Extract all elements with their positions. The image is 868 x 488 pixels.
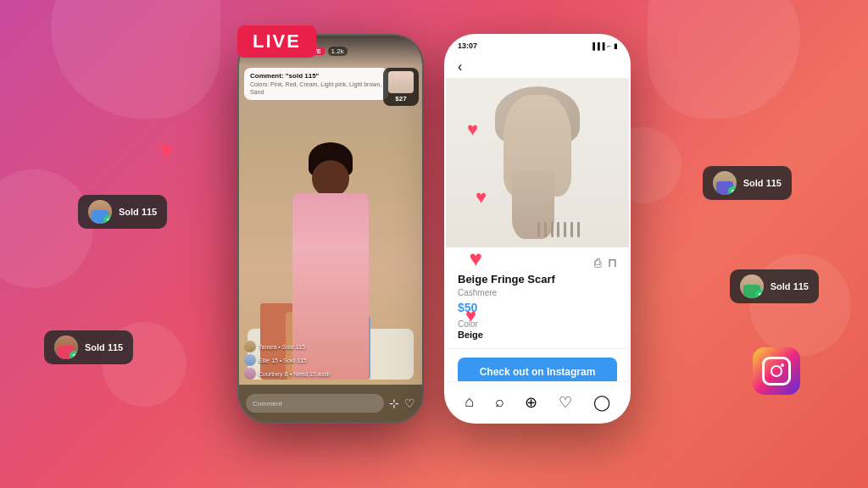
sold-bubble-4: $ Sold 115 [730,269,819,303]
scarf-fringe [536,222,581,239]
ig-home-icon[interactable]: ⌂ [465,393,474,411]
sold-text-4: Sold 115 [771,281,809,291]
ig-product-price: $50 [458,301,617,314]
dollar-badge-4: $ [755,290,764,298]
product-price-chip[interactable]: $27 [383,68,419,106]
ig-product-material: Cashmere [458,288,617,297]
fringe-7 [577,222,580,237]
fringe-1 [537,222,540,237]
person-head [312,160,349,197]
heart-icon-3: ♥ [470,246,482,272]
battery-icon: ▮ [614,42,617,50]
ig-status-bar: 13:07 ▐▐▐ ⌐ ▮ [446,36,629,56]
instagram-logo-bubble [753,347,800,395]
product-chip-price: $27 [388,95,414,103]
ig-add-icon[interactable]: ⊕ [525,393,537,412]
fringe-3 [551,222,554,237]
bookmark-action-icon[interactable]: ⊓ [608,256,617,269]
dollar-badge-1: $ [103,215,112,224]
fringe-6 [570,222,573,237]
ig-time: 13:07 [458,42,477,50]
ig-search-icon[interactable]: ⌕ [495,393,504,411]
comment-colors: Colors: Pink, Red, Cream, Light pink, Li… [250,80,382,96]
chat-area: Tanara • Sold 115 Ellie 15 • Sold 115 Co… [244,341,417,381]
fringe-4 [557,222,559,237]
heart-icon-4: ♥ [465,305,476,327]
chat-text-3: Courtney B • Need 15 asst! [259,371,331,377]
instagram-logo-dot [781,363,784,367]
instagram-phone: 13:07 ▐▐▐ ⌐ ▮ ‹ [444,34,631,424]
chat-text-1: Tanara • Sold 115 [259,344,305,350]
ig-color-value: Beige [458,330,617,340]
share-action-icon[interactable]: ⎙ [594,256,601,269]
sold-avatar-2: $ [54,336,78,359]
fringe-5 [564,222,566,237]
scarf-tail [512,171,554,239]
tiktok-phone: Inspired thread LIVE 1.2k Comment: "sold… [237,34,424,424]
tiktok-bottom-bar: Comment ⊹ ♡ [239,385,422,422]
instagram-logo-circle [771,365,782,377]
ig-profile-icon[interactable]: ◯ [593,393,610,412]
sold-text-2: Sold 115 [85,342,123,352]
chat-avatar-2 [244,354,256,366]
sold-avatar-3: $ [713,171,737,195]
sold-text-1: Sold 115 [119,207,157,217]
chat-text-2: Ellie 15 • Sold 115 [259,358,307,363]
signal-icon: ▐▐▐ [590,42,604,50]
chat-message-2: Ellie 15 • Sold 115 [244,354,417,366]
ig-product-name: Beige Fringe Scarf [458,273,617,287]
heart-nav-icon[interactable]: ♡ [404,396,415,410]
dollar-badge-3: $ [728,186,737,195]
chat-message-3: Courtney B • Need 15 asst! [244,368,417,380]
bg-decoration-2 [0,169,93,288]
ig-heart-icon[interactable]: ♡ [559,393,572,412]
heart-icon-1: ♥ [467,119,478,141]
scarf-illustration [487,86,588,239]
instagram-logo-icon [762,357,791,385]
chat-avatar-1 [244,341,256,352]
comment-placeholder: Comment [253,400,282,408]
fringe-2 [544,222,547,237]
comment-title: Comment: "sold 115" [250,72,382,80]
ig-color-label: Color [458,319,617,329]
wifi-icon: ⌐ [607,42,611,50]
ig-bottom-nav: ⌂ ⌕ ⊕ ♡ ◯ [446,381,629,422]
sold-bubble-2: $ Sold 115 [44,330,133,364]
sold-text-3: Sold 115 [743,178,782,188]
tiktok-screen: Inspired thread LIVE 1.2k Comment: "sold… [239,36,422,422]
sold-avatar-1: $ [88,200,112,224]
chat-message-1: Tanara • Sold 115 [244,341,417,352]
heart-icon-2: ♥ [476,186,487,208]
heart-icon-5: ♥ [159,137,174,164]
ig-back-button[interactable]: ‹ [446,56,629,78]
comment-input[interactable]: Comment [246,394,384,413]
chat-avatar-3 [244,368,256,380]
viewer-count: 1.2k [328,47,348,56]
live-badge: LIVE [237,25,316,58]
ig-signal-icons: ▐▐▐ ⌐ ▮ [590,42,617,50]
sold-avatar-4: $ [740,274,764,298]
product-thumbnail [388,71,414,93]
phones-container: Inspired thread LIVE 1.2k Comment: "sold… [112,34,756,466]
dollar-badge-2: $ [70,351,78,359]
comment-overlay: Comment: "sold 115" Colors: Pink, Red, C… [244,68,388,100]
sold-bubble-1: $ Sold 115 [78,195,167,229]
ig-product-image [446,78,629,247]
sold-bubble-3: $ Sold 115 [703,166,792,200]
share-icon[interactable]: ⊹ [389,396,399,410]
